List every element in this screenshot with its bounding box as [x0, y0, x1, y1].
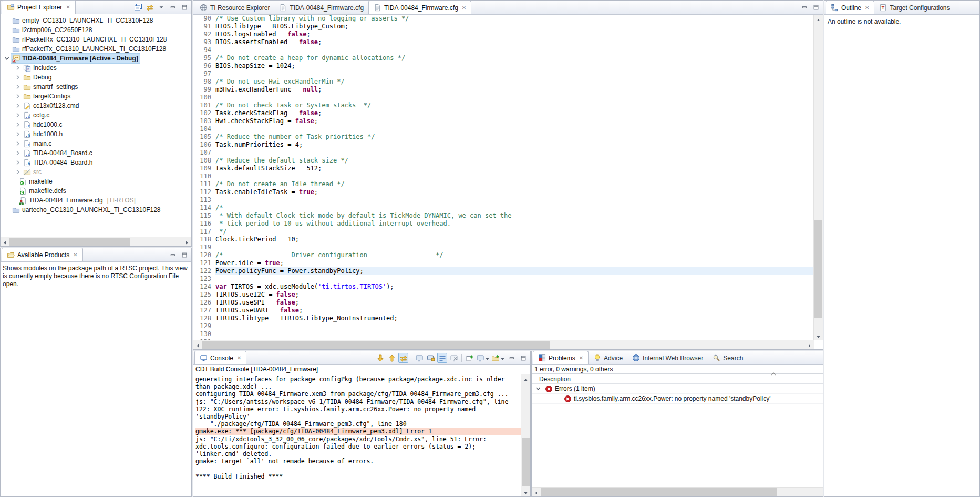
code-line-96[interactable]: 96BIOS.heapSize = 1024;	[193, 62, 814, 70]
scrollbar-thumb[interactable]	[202, 341, 550, 349]
view-tab-project-explorer[interactable]: Project Explorer✕	[2, 0, 76, 14]
show-error-in-editor-toggle[interactable]	[398, 353, 408, 363]
code-line-114[interactable]: 114/*	[193, 204, 814, 212]
code-line-104[interactable]: 104	[193, 125, 814, 133]
chevron-right-icon[interactable]	[14, 158, 22, 167]
scrollbar-thumb[interactable]	[541, 488, 777, 496]
minimize-button[interactable]	[168, 2, 178, 12]
scrollbar-thumb[interactable]	[522, 438, 530, 487]
code-line-125[interactable]: 125TIRTOS.useI2C = false;	[193, 291, 814, 299]
view-tab-console[interactable]: Console✕	[194, 351, 246, 364]
minimize-button[interactable]	[799, 3, 809, 13]
code-line-119[interactable]: 119	[193, 244, 814, 251]
code-line-111[interactable]: 111/* Do not create an Idle thread */	[193, 180, 814, 188]
view-tab-advice[interactable]: Advice	[589, 351, 627, 364]
code-line-122[interactable]: 122Power.policyFunc = Power.standbyPolic…	[193, 267, 814, 275]
project-tree-hscrollbar[interactable]	[1, 237, 191, 246]
code-line-109[interactable]: 109Task.defaultStackSize = 512;	[193, 165, 814, 173]
code-line-124[interactable]: 124var TIRTOS = xdc.useModule('ti.tirtos…	[193, 283, 814, 291]
tree-item-smartrf-settings[interactable]: smartrf_settings	[1, 82, 191, 92]
code-line-90[interactable]: 90/* Use Custom library with no logging …	[193, 15, 814, 23]
code-line-108[interactable]: 108/* Reduce the default stack size */	[193, 157, 814, 165]
code-line-129[interactable]: 129	[193, 322, 814, 330]
tree-item-makefile-defs[interactable]: makefile.defs	[1, 186, 191, 196]
code-line-99[interactable]: 99m3Hwi.excHandlerFunc = null;	[193, 86, 814, 94]
scrollbar-thumb[interactable]	[9, 238, 130, 246]
maximize-button[interactable]	[179, 2, 189, 12]
chevron-right-icon[interactable]	[14, 73, 22, 82]
maximize-button[interactable]	[518, 353, 528, 363]
code-line-92[interactable]: 92BIOS.logsEnabled = false;	[193, 31, 814, 38]
editor-hscrollbar[interactable]	[193, 340, 814, 349]
tree-item-tida-00484-board-c[interactable]: .cTIDA-00484_Board.c	[1, 148, 191, 158]
scroll-left-button[interactable]	[193, 340, 202, 349]
code-editor[interactable]: 90/* Use Custom library with no logging …	[193, 15, 814, 340]
chevron-right-icon[interactable]	[14, 64, 22, 72]
code-line-101[interactable]: 101/* Do not check Task or System stacks…	[193, 102, 814, 109]
view-menu-button[interactable]	[156, 2, 166, 12]
tree-item-ccfg-c[interactable]: .cccfg.c	[1, 110, 191, 120]
clear-console-button[interactable]	[449, 353, 459, 363]
view-tab-target-configurations[interactable]: TTarget Configurations	[874, 1, 954, 14]
tree-item-tida-00484-firmware-cfg[interactable]: TIDA-00484_Firmware.cfg[TI-RTOS]	[1, 196, 191, 205]
chevron-right-icon[interactable]	[14, 92, 22, 100]
chevron-right-icon[interactable]	[14, 111, 22, 119]
tree-item-rfpackettx-cc1310-launchxl-ti-cc1310f128[interactable]: rfPacketTx_CC1310_LAUNCHXL_TI_CC1310F128	[1, 44, 191, 54]
editor-tab-tida-00484-firmware-cfg[interactable]: TIDA-00484_Firmware.cfg✕	[368, 1, 471, 14]
code-line-115[interactable]: 115 * With default Clock tick mode by de…	[193, 212, 814, 220]
console-vscrollbar[interactable]	[521, 374, 530, 496]
scroll-up-button[interactable]	[521, 374, 530, 383]
problems-group-row[interactable]: Errors (1 item)	[532, 384, 823, 394]
next-error-button[interactable]	[375, 353, 385, 363]
close-icon[interactable]: ✕	[865, 5, 869, 11]
tree-item-makefile[interactable]: makefile	[1, 177, 191, 186]
chevron-right-icon[interactable]	[14, 168, 22, 176]
chevron-right-icon[interactable]	[14, 130, 22, 138]
chevron-right-icon[interactable]	[14, 120, 22, 129]
chevron-right-icon[interactable]	[14, 83, 22, 91]
close-icon[interactable]: ✕	[237, 355, 241, 361]
editor-vscrollbar[interactable]	[813, 15, 823, 340]
code-line-117[interactable]: 117 */	[193, 228, 814, 236]
scroll-up-button[interactable]	[814, 15, 823, 24]
code-line-123[interactable]: 123	[193, 275, 814, 283]
close-icon[interactable]: ✕	[66, 4, 70, 10]
chevron-right-icon[interactable]	[14, 102, 22, 110]
code-line-126[interactable]: 126TIRTOS.useSPI = false;	[193, 299, 814, 307]
tree-item-src[interactable]: src	[1, 167, 191, 177]
code-line-91[interactable]: 91BIOS.libType = BIOS.LibType_Custom;	[193, 23, 814, 31]
tree-item-tida-00484-board-h[interactable]: .hTIDA-00484_Board.h	[1, 158, 191, 167]
tree-item-cc13x0f128-cmd[interactable]: cc13x0f128.cmd	[1, 101, 191, 110]
code-line-93[interactable]: 93BIOS.assertsEnabled = false;	[193, 38, 814, 46]
chevron-down-icon[interactable]	[3, 54, 11, 63]
code-line-105[interactable]: 105/* Reduce the number of Task prioriti…	[193, 133, 814, 141]
tree-item-hdc1000-c[interactable]: .chdc1000.c	[1, 120, 191, 129]
display-selected-console-button[interactable]	[476, 353, 490, 363]
tree-item-i2ctmp006-cc2650f128[interactable]: i2ctmp006_CC2650F128	[1, 25, 191, 35]
minimize-button[interactable]	[168, 250, 178, 260]
problems-hscrollbar[interactable]	[532, 487, 823, 496]
close-icon[interactable]: ✕	[73, 252, 77, 258]
view-tab-internal-web-browser[interactable]: Internal Web Browser	[627, 351, 708, 364]
console-lock-button[interactable]	[426, 353, 436, 363]
close-icon[interactable]: ✕	[579, 355, 583, 361]
tree-item-hdc1000-h[interactable]: .hhdc1000.h	[1, 129, 191, 139]
view-tab-search[interactable]: Search	[708, 351, 748, 364]
view-tab-outline[interactable]: Outline✕	[826, 1, 874, 14]
scroll-lock-button[interactable]	[414, 353, 424, 363]
problems-column-header[interactable]: Description	[532, 374, 823, 384]
tree-item-main-c[interactable]: .cmain.c	[1, 139, 191, 148]
code-line-116[interactable]: 116 * tick period to 10 us without addit…	[193, 220, 814, 228]
chevron-right-icon[interactable]	[14, 149, 22, 157]
problems-error-row[interactable]: ti.sysbios.family.arm.cc26xx.Power: no p…	[532, 394, 823, 404]
code-line-95[interactable]: 95/* Do not create a heap for dynamic al…	[193, 54, 814, 62]
code-line-120[interactable]: 120/* ================ Driver configurat…	[193, 251, 814, 259]
scroll-left-button[interactable]	[1, 237, 9, 246]
link-with-editor-button[interactable]	[145, 2, 154, 12]
code-line-118[interactable]: 118Clock.tickPeriod = 10;	[193, 236, 814, 244]
code-line-112[interactable]: 112Task.enableIdleTask = true;	[193, 188, 814, 196]
project-tree[interactable]: empty_CC1310_LAUNCHXL_TI_CC1310F128i2ctm…	[1, 14, 191, 237]
code-line-102[interactable]: 102Task.checkStackFlag = false;	[193, 109, 814, 117]
code-line-98[interactable]: 98/* Do not use Hwi_excHandlerMin */	[193, 78, 814, 86]
chevron-right-icon[interactable]	[14, 139, 22, 148]
